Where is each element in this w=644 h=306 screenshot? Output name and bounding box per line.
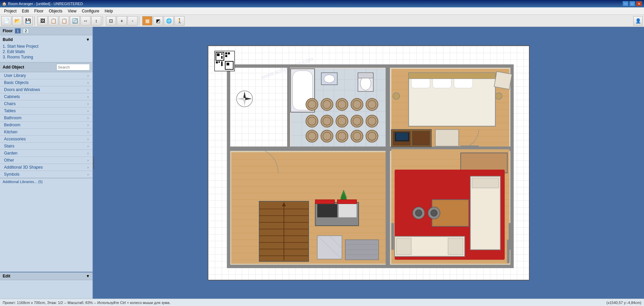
menu-help[interactable]: Help [102,8,116,14]
svg-point-136 [431,210,437,216]
svg-rect-129 [472,178,499,188]
svg-rect-132 [448,238,463,255]
close-button[interactable]: ✕ [636,1,642,6]
menu-edit[interactable]: Edit [19,8,32,14]
floor-tab-1[interactable]: 1 [15,28,21,34]
category-chairs[interactable]: Chairs › [0,100,93,107]
start-new-project-link[interactable]: 1. Start New Project [3,44,90,49]
svg-marker-184 [245,97,252,100]
left-panel: Floor 1 2 Build ▼ 1. Start New Project 2… [0,27,93,299]
canvas-area[interactable]: ▶ www.softperfect.com [93,27,644,299]
category-basic-objects-label: Basic Objects [4,80,29,85]
toolbar-sep-3 [139,16,141,26]
category-cabinets[interactable]: Cabinets › [0,93,93,100]
svg-rect-120 [412,131,430,145]
category-other-label: Other [4,158,14,163]
category-stairs[interactable]: Stairs › [0,143,93,150]
search-input[interactable] [56,64,90,71]
window-controls: ─ □ ✕ [623,1,642,6]
category-tables[interactable]: Tables › [0,107,93,115]
status-left: Проект: 1168cm x 700cm, Этаж: 1/2 -- Мас… [3,301,170,305]
toolbar-btn-9[interactable]: ↔ [80,16,91,26]
category-doors-windows[interactable]: Doors and Windows › [0,86,93,93]
svg-rect-166 [507,239,510,263]
svg-rect-169 [217,53,220,56]
menu-floor[interactable]: Floor [32,8,46,14]
menu-project[interactable]: Project [1,8,19,14]
render-button[interactable]: 🌐 [164,16,174,26]
svg-point-77 [360,77,371,90]
category-user-library[interactable]: User Library › [0,72,93,79]
category-accessories-label: Accessories [4,137,26,141]
toolbar-btn-6[interactable]: 📋 [48,16,58,26]
category-chairs-label: Chairs [4,101,16,106]
chevron-right-icon: › [88,151,89,155]
toolbar-btn-5[interactable]: 🖼 [38,16,48,26]
category-doors-windows-label: Doors and Windows [4,87,40,92]
toolbar-btn-7[interactable]: 📋 [59,16,69,26]
zoom-fit-button[interactable]: ⊡ [106,16,116,26]
floor-tab-2[interactable]: 2 [23,28,29,34]
chevron-right-icon: › [88,123,89,127]
menubar: Project Edit Floor Objects View Configur… [0,7,644,15]
svg-rect-177 [221,53,223,54]
svg-rect-179 [221,61,223,66]
save-button[interactable]: 💾 [23,16,33,26]
svg-rect-78 [358,73,373,78]
view-3d-button[interactable]: ◩ [153,16,163,26]
category-bathroom[interactable]: Bathroom › [0,115,93,122]
category-symbols[interactable]: Symbols › [0,171,93,178]
svg-rect-155 [317,204,337,217]
svg-rect-171 [219,61,220,62]
category-garden[interactable]: Garden › [0,150,93,157]
view-2d-button[interactable]: ▦ [142,16,152,26]
build-collapse-icon[interactable]: ▼ [86,37,90,42]
chevron-right-icon: › [88,95,89,99]
svg-point-75 [324,75,335,83]
svg-rect-137 [391,223,394,250]
build-header[interactable]: Build ▼ [3,37,90,42]
maximize-button[interactable]: □ [629,1,635,6]
edit-collapse-icon[interactable]: ▼ [86,274,90,278]
additional-libraries-link[interactable]: Additional Libraries... (5) [0,178,93,185]
toolbar-btn-8[interactable]: 🔄 [70,16,80,26]
zoom-out-button[interactable]: - [127,16,138,26]
svg-rect-156 [339,204,357,217]
svg-point-116 [495,93,502,99]
menu-configure[interactable]: Configure [79,8,102,14]
toolbar-btn-10[interactable]: ↕ [91,16,101,26]
zoom-in-button[interactable]: + [117,16,127,26]
svg-rect-157 [315,200,335,204]
menu-view[interactable]: View [65,8,79,14]
svg-marker-183 [237,97,244,100]
walk-button[interactable]: 🚶 [174,16,184,26]
add-object-header: Add Object [0,62,93,72]
category-other[interactable]: Other › [0,157,93,164]
titlebar-title: 🏠 Room Arranger - [untitled] - UNREGISTE… [2,2,83,6]
category-bedroom[interactable]: Bedroom › [0,122,93,129]
svg-marker-182 [243,99,246,106]
floor-plan-svg: www.softperfect.com [208,46,529,280]
svg-rect-131 [396,238,412,255]
category-kitchen[interactable]: Kitchen › [0,129,93,136]
floor-tabs: Floor 1 2 [0,27,93,35]
nav-arrow-left[interactable]: ▶ [93,157,94,169]
svg-rect-172 [225,52,227,54]
minimize-button[interactable]: ─ [623,1,629,6]
category-accessories[interactable]: Accessories › [0,136,93,143]
menu-objects[interactable]: Objects [46,8,65,14]
category-basic-objects[interactable]: Basic Objects › [0,79,93,86]
category-3d-shapes[interactable]: Additional 3D Shapes › [0,164,93,171]
category-kitchen-label: Kitchen [4,130,17,134]
user-button[interactable]: 👤 [633,16,643,26]
svg-marker-181 [243,91,246,98]
edit-walls-link[interactable]: 2. Edit Walls [3,49,90,54]
floor-plan[interactable]: www.softperfect.com [208,45,530,280]
open-button[interactable]: 📂 [12,16,22,26]
svg-rect-114 [494,71,512,89]
build-title: Build [3,37,13,42]
rooms-tuning-link[interactable]: 3. Rooms Tuning [3,55,90,59]
new-button[interactable]: 📄 [1,16,11,26]
svg-rect-173 [228,52,230,54]
edit-header[interactable]: Edit ▼ [0,272,93,280]
